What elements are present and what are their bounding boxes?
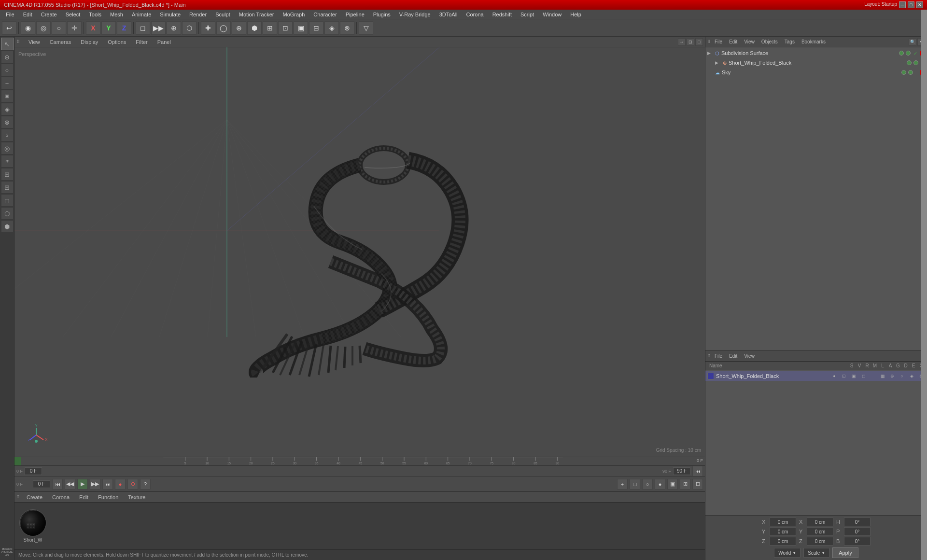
tool-generator[interactable]: ⊞ [263,21,277,35]
menu-edit[interactable]: Edit [19,11,36,18]
vc-btn-1[interactable]: ↔ [678,38,686,46]
left-tool-11[interactable]: ⬢ [1,220,14,233]
menu-create[interactable]: Create [37,11,61,18]
material-ball[interactable]: ▣▣▣ ▣▣▣ [19,509,46,536]
btn-goto-end[interactable]: ⏭ [102,479,113,490]
left-tool-1[interactable]: ▣ [1,90,14,102]
coord-p-input[interactable] [844,527,871,536]
attr-tool-view[interactable]: View [741,353,758,359]
left-tool-8[interactable]: ⊟ [1,181,14,194]
obj-expand-whip[interactable]: ▶ [715,60,721,65]
viewport-tab-view[interactable]: View [26,38,43,46]
obj-tool-file[interactable]: File [712,39,725,45]
tool-deform[interactable]: ◯ [216,21,231,35]
menu-redshift[interactable]: Redshift [489,11,516,18]
attr-v-val[interactable]: ⊡ [840,374,848,378]
coord-scale-btn[interactable]: Scale ▼ [803,548,829,558]
apply-button[interactable]: Apply [832,547,858,558]
btn-tp1[interactable]: + [617,479,628,490]
mat-tab-create[interactable]: Create [24,493,45,501]
tool-undo[interactable]: ↩ [2,21,16,35]
menu-sculpt[interactable]: Sculpt [211,11,234,18]
tool-scene[interactable]: ✛ [67,21,82,35]
obj-check-sky[interactable] [916,70,917,75]
tool-render-to-picture[interactable]: ⬡ [182,21,197,35]
vc-btn-3[interactable]: □ [695,38,703,46]
viewport-3d[interactable]: Perspective Grid Spacing : 10 cm Y X Z [14,47,705,457]
menu-help[interactable]: Help [566,11,585,18]
obj-row-whip[interactable]: ▶ ⊕ Short_Whip_Folded_Black ✓ [705,58,927,68]
tool-render-region[interactable]: ▶▶ [151,21,166,35]
tool-y-axis[interactable]: Y [101,21,116,35]
tool-spline[interactable]: ⬢ [247,21,262,35]
tool-sky[interactable]: ◈ [324,21,339,35]
btn-play[interactable]: ▶ [77,479,88,490]
menu-corona[interactable]: Corona [463,11,488,18]
coord-y-input[interactable] [770,527,796,536]
tool-snap[interactable]: ✚ [201,21,215,35]
btn-record[interactable]: ● [115,479,126,490]
menu-pipeline[interactable]: Pipeline [342,11,368,18]
tool-array[interactable]: ⊕ [232,21,246,35]
left-tool-rotate[interactable]: ○ [1,64,14,76]
obj-tool-bookmarks[interactable]: Bookmarks [799,39,829,45]
menu-select[interactable]: Select [62,11,84,18]
mat-tab-corona[interactable]: Corona [49,493,72,501]
menu-mograph[interactable]: MoGraph [279,11,309,18]
mat-tab-function[interactable]: Function [95,493,121,501]
menu-animate[interactable]: Animate [128,11,155,18]
attr-tool-file[interactable]: File [712,353,725,359]
menu-script[interactable]: Script [517,11,538,18]
minimize-button[interactable]: ─ [899,1,906,8]
mat-tab-edit[interactable]: Edit [76,493,91,501]
viewport-tab-cameras[interactable]: Cameras [47,38,74,46]
coord-world-btn[interactable]: World ▼ [774,548,801,558]
tool-object-type[interactable]: ◻ [136,21,150,35]
frame-input[interactable] [33,480,50,488]
menu-3dtoall[interactable]: 3DToAll [435,11,462,18]
restore-button[interactable]: □ [908,1,914,8]
left-tool-4[interactable]: S [1,129,14,141]
menu-window[interactable]: Window [539,11,565,18]
viewport-tab-display[interactable]: Display [78,38,101,46]
btn-tp5[interactable]: ▣ [667,479,678,490]
obj-vis-sky-re[interactable] [908,70,913,75]
viewport-tab-options[interactable]: Options [105,38,129,46]
attr-row-whip[interactable]: Short_Whip_Folded_Black ● ⊡ ▣ ◻ ▦ ⊕ ○ ◈ … [705,371,927,381]
obj-expand-subdiv[interactable]: ▶ [707,51,713,56]
tool-texture[interactable]: ◎ [36,21,51,35]
tool-material[interactable]: ⊗ [340,21,354,35]
viewport-tab-filter[interactable]: Filter [133,38,150,46]
menu-motion-tracker[interactable]: Motion Tracker [235,11,278,18]
coord-h-input[interactable] [844,518,871,526]
left-tool-3[interactable]: ⊗ [1,116,14,128]
tool-settings[interactable]: ▽ [359,21,373,35]
obj-search-btn[interactable]: 🔍 [909,38,916,46]
left-tool-live-select[interactable]: + [1,77,14,89]
menu-character[interactable]: Character [309,11,340,18]
btn-goto-start[interactable]: ⏮ [52,479,63,490]
left-tool-6[interactable]: ≋ [1,155,14,168]
start-frame-input[interactable] [25,467,42,475]
tool-x-axis[interactable]: X [86,21,100,35]
attr-m-val[interactable]: ◻ [859,374,867,378]
obj-row-subdiv[interactable]: ▶ ⬡ Subdivision Surface ✓ [705,48,927,58]
obj-tool-edit[interactable]: Edit [726,39,740,45]
obj-tool-tags[interactable]: Tags [782,39,798,45]
attr-g-val[interactable]: ⊕ [888,374,896,378]
tool-model[interactable]: ◉ [21,21,35,35]
left-tool-scale[interactable]: ⊕ [1,51,14,63]
tool-object[interactable]: ○ [52,21,66,35]
left-tool-2[interactable]: ◈ [1,103,14,115]
mat-tab-texture[interactable]: Texture [125,493,148,501]
btn-tp3[interactable]: ○ [642,479,653,490]
attr-e-val[interactable]: ◈ [908,374,915,378]
coord-sz-input[interactable] [807,537,833,546]
close-button[interactable]: ✕ [916,1,923,8]
btn-play-back[interactable]: ◀◀ [65,479,75,490]
obj-tool-view[interactable]: View [741,39,758,45]
tool-render[interactable]: ⊕ [167,21,181,35]
menu-file[interactable]: File [2,11,18,18]
attr-a-val[interactable]: ▦ [879,374,886,378]
menu-tools[interactable]: Tools [85,11,105,18]
